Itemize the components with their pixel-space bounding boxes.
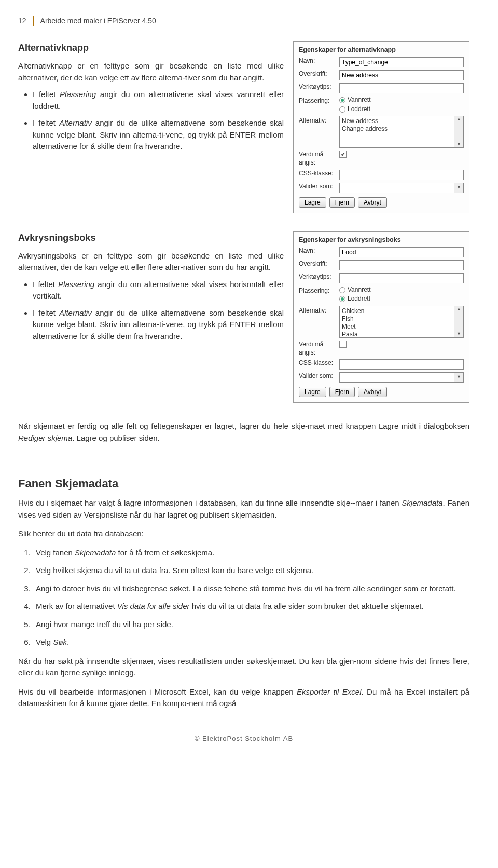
- page-number: 12: [18, 16, 26, 26]
- panel1-radio-vannrett[interactable]: Vannrett: [339, 96, 370, 104]
- panel2-button-fjern[interactable]: Fjern: [329, 387, 355, 397]
- panel2-radio-vannrett[interactable]: Vannrett: [339, 286, 370, 294]
- panel2-label-verktoytips: Verktøytips:: [299, 273, 336, 281]
- step-6: Velg Søk.: [33, 636, 469, 648]
- scrollbar-icon[interactable]: ▲▼: [454, 116, 464, 148]
- section1-intro: Alternativknapp er en felttype som gir b…: [18, 60, 284, 84]
- page-header: 12 Arbeide med maler i EPiServer 4.50: [18, 16, 469, 26]
- section3-para3: Når du har søkt på innsendte skjemaer, v…: [18, 656, 469, 679]
- panel1-select-valider[interactable]: [339, 183, 454, 193]
- panel1-listbox-alternativ[interactable]: New address Change address: [339, 116, 454, 148]
- panel2-listbox-alternativ[interactable]: Chicken Fish Meet Pasta: [339, 306, 454, 338]
- panel-avkrysningsboks: Egenskaper for avkrysningsboks Navn: Ove…: [293, 231, 469, 403]
- panel2-label-plassering: Plassering:: [299, 286, 336, 295]
- panel2-label-overskrift: Overskrift:: [299, 260, 336, 268]
- section-avkrysningsboks: Avkrysningsboks Avkrysningsboks er en fe…: [18, 231, 469, 403]
- panel1-label-css: CSS-klasse:: [299, 170, 336, 178]
- panel1-label-valider: Valider som:: [299, 183, 336, 191]
- step-3: Angi to datoer hvis du vil tidsbegrense …: [33, 583, 469, 595]
- panel1-checkbox-verdi[interactable]: ✔: [339, 151, 347, 158]
- chevron-down-icon[interactable]: ▼: [454, 183, 464, 193]
- section-alternativknapp: Alternativknapp Alternativknapp er en fe…: [18, 41, 469, 213]
- step-4: Merk av for alternativet Vis data for al…: [33, 601, 469, 613]
- panel2-label-alternativ: Alternativ:: [299, 306, 336, 315]
- panel1-label-navn: Navn:: [299, 57, 336, 65]
- step-1: Velg fanen Skjemadata for å få frem et s…: [33, 547, 469, 559]
- panel1-button-avbryt[interactable]: Avbryt: [358, 197, 387, 208]
- section2-bullet-1: I feltet Plassering angir du om alternat…: [33, 279, 284, 302]
- panel1-input-navn[interactable]: [339, 57, 464, 67]
- panel1-title: Egenskaper for alternativknapp: [299, 46, 464, 54]
- section2-bullets: I feltet Plassering angir du om alternat…: [18, 279, 284, 343]
- panel2-select-valider[interactable]: [339, 372, 454, 383]
- chevron-down-icon[interactable]: ▼: [454, 372, 464, 383]
- panel-alternativknapp: Egenskaper for alternativknapp Navn: Ove…: [293, 41, 469, 213]
- panel1-button-fjern[interactable]: Fjern: [329, 197, 355, 208]
- section2-intro: Avkrysningsboks er en felttype som gir b…: [18, 250, 284, 274]
- panel2-label-verdi: Verdi må angis:: [299, 341, 336, 357]
- radio-icon: [339, 97, 345, 103]
- panel1-label-overskrift: Overskrift:: [299, 70, 336, 78]
- header-title: Arbeide med maler i EPiServer 4.50: [40, 16, 156, 26]
- section3-para1: Hvis du i skjemaet har valgt å lagre inf…: [18, 497, 469, 521]
- section2-bullet-2: I feltet Alternativ angir du de ulike al…: [33, 307, 284, 343]
- panel1-label-verktoytips: Verktøytips:: [299, 83, 336, 91]
- panel1-input-verktoytips[interactable]: [339, 83, 464, 93]
- after-panels-para: Når skjemaet er ferdig og alle felt og f…: [18, 421, 469, 444]
- panel1-input-overskrift[interactable]: [339, 70, 464, 80]
- panel2-input-overskrift[interactable]: [339, 260, 464, 270]
- scrollbar-icon[interactable]: ▲▼: [454, 306, 464, 338]
- panel2-button-avbryt[interactable]: Avbryt: [358, 387, 387, 397]
- panel2-input-css[interactable]: [339, 359, 464, 370]
- panel1-input-css[interactable]: [339, 170, 464, 180]
- step-2: Velg hvilket skjema du vil ta ut data fr…: [33, 565, 469, 577]
- panel1-radio-loddrett[interactable]: Loddrett: [339, 105, 370, 114]
- radio-icon: [339, 296, 345, 302]
- panel1-label-plassering: Plassering:: [299, 96, 336, 105]
- panel1-button-lagre[interactable]: Lagre: [299, 197, 326, 208]
- panel2-title: Egenskaper for avkrysningsboks: [299, 236, 464, 244]
- section3-heading: Fanen Skjemadata: [18, 475, 469, 492]
- panel2-button-lagre[interactable]: Lagre: [299, 387, 326, 397]
- panel2-checkbox-verdi[interactable]: [339, 341, 347, 348]
- section1-bullet-1: I feltet Plassering angir du om alternat…: [33, 89, 284, 112]
- step-5: Angi hvor mange treff du vil ha per side…: [33, 619, 469, 631]
- radio-icon: [339, 106, 345, 113]
- panel2-radio-loddrett[interactable]: Loddrett: [339, 295, 370, 303]
- panel2-label-css: CSS-klasse:: [299, 359, 336, 368]
- panel2-label-valider: Valider som:: [299, 372, 336, 381]
- section3-para4: Hvis du vil bearbeide informasjonen i Mi…: [18, 686, 469, 710]
- section1-bullet-2: I feltet Alternativ angir du de ulike al…: [33, 117, 284, 153]
- page-footer: © ElektroPost Stockholm AB: [18, 734, 469, 744]
- panel1-label-verdi: Verdi må angis:: [299, 151, 336, 167]
- panel2-input-navn[interactable]: [339, 247, 464, 257]
- section3-steps: Velg fanen Skjemadata for å få frem et s…: [18, 547, 469, 648]
- section3-para2: Slik henter du ut data fra databasen:: [18, 528, 469, 540]
- panel1-label-alternativ: Alternativ:: [299, 116, 336, 125]
- header-divider: [33, 16, 34, 26]
- section1-heading: Alternativknapp: [18, 41, 284, 55]
- panel2-label-navn: Navn:: [299, 247, 336, 255]
- section2-heading: Avkrysningsboks: [18, 231, 284, 245]
- panel2-input-verktoytips[interactable]: [339, 273, 464, 283]
- section1-bullets: I feltet Plassering angir du om alternat…: [18, 89, 284, 153]
- radio-icon: [339, 287, 345, 293]
